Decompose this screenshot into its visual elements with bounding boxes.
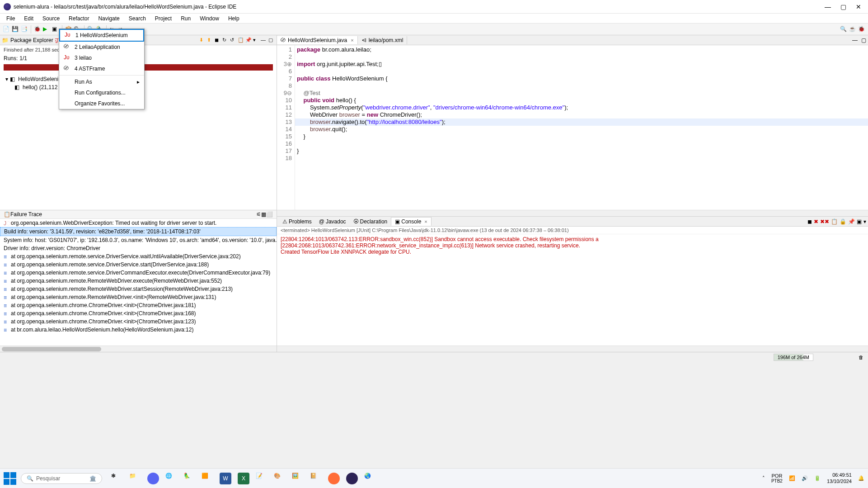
task-chrome-icon[interactable]: 🌐 (165, 473, 177, 484)
pin-console-icon[interactable]: 📌 (848, 218, 855, 225)
menu-edit[interactable]: Edit (19, 14, 38, 23)
javadoc-tab[interactable]: @Javadoc (315, 218, 350, 226)
code-editor[interactable]: 123⊕6789⊖101112131415161718 package br.c… (277, 45, 868, 210)
scroll-lock-icon[interactable]: 🔒 (840, 218, 846, 225)
menu-project[interactable]: Project (150, 14, 176, 23)
notifications-icon[interactable]: 🔔 (858, 475, 864, 481)
trace-row[interactable]: at org.openqa.selenium.chrome.ChromeDriv… (11, 302, 196, 308)
organize-favorites[interactable]: Organize Favorites... (59, 98, 144, 109)
run-history-item-3[interactable]: Jυ3 leilao (59, 52, 144, 63)
trace-row[interactable]: System info: host: 'GS01N707', ip: '192.… (4, 237, 277, 243)
console-tab[interactable]: ▣Console× (391, 217, 431, 226)
save-icon[interactable]: 💾 (12, 26, 19, 33)
trace-row[interactable]: at org.openqa.selenium.remote.RemoteWebD… (11, 278, 222, 284)
menu-file[interactable]: File (2, 14, 19, 23)
remove-all-icon[interactable]: ✖✖ (820, 218, 829, 225)
close-view-icon[interactable]: × (424, 219, 427, 224)
rerun-icon[interactable]: ↻ (222, 37, 229, 43)
minimize-view-icon[interactable]: — (261, 37, 267, 43)
close-button[interactable]: ✕ (855, 4, 862, 10)
trace-row[interactable]: at org.openqa.selenium.remote.service.Dr… (11, 261, 209, 268)
debug-icon[interactable]: 🐞 (34, 26, 41, 33)
junit-tab[interactable]: ਹੁ (55, 37, 58, 43)
minimize-button[interactable]: — (825, 4, 831, 10)
rerun-failed-icon[interactable]: ↺ (230, 37, 236, 43)
next-failure-icon[interactable]: ⬇ (199, 37, 206, 43)
menu-navigate[interactable]: Navigate (94, 14, 124, 23)
maximize-button[interactable]: ▢ (840, 4, 846, 10)
battery-icon[interactable]: 🔋 (814, 475, 821, 481)
run-history-item-1[interactable]: Jυ1 HelloWordSelenium (59, 29, 144, 42)
start-button[interactable] (4, 472, 16, 485)
save-all-icon[interactable]: 📑 (21, 26, 28, 33)
task-screenshot-icon[interactable]: 🖼️ (292, 473, 304, 484)
perspective-debug-icon[interactable]: 🐞 (858, 26, 865, 33)
menu-source[interactable]: Source (38, 14, 64, 23)
task-notes-icon[interactable]: 📔 (310, 473, 322, 484)
menu-help[interactable]: Help (224, 14, 244, 23)
run-history-item-2[interactable]: 〄2 LeilaoApplication (59, 42, 144, 52)
trace-row[interactable]: Driver info: driver.version: ChromeDrive… (4, 245, 100, 251)
history-icon[interactable]: 📋 (238, 37, 244, 43)
close-tab-icon[interactable]: × (351, 38, 353, 43)
run-history-item-4[interactable]: 〄4 ASTFrame (59, 63, 144, 74)
failure-trace-list[interactable]: Jઃorg.openqa.selenium.WebDriverException… (0, 219, 277, 346)
frame-icon[interactable]: ⬜ (266, 211, 273, 218)
prev-failure-icon[interactable]: ⬆ (207, 37, 213, 43)
task-edge-icon[interactable]: 🌏 (364, 473, 376, 484)
task-eclipse-icon[interactable] (346, 473, 358, 484)
trace-row[interactable]: at org.openqa.selenium.remote.RemoteWebD… (11, 294, 216, 300)
lang-indicator-2[interactable]: PTB2 (771, 479, 783, 483)
menu-refactor[interactable]: Refactor (64, 14, 94, 23)
lang-indicator-1[interactable]: POR (771, 473, 783, 479)
task-word-icon[interactable]: W (220, 473, 231, 484)
task-postman-icon[interactable] (328, 473, 340, 484)
volume-icon[interactable]: 🔊 (802, 475, 808, 481)
editor-minimize-icon[interactable]: — (850, 37, 859, 43)
menu-run[interactable]: Run (176, 14, 195, 23)
taskbar-search[interactable]: 🔍 Pesquisar 🏛️ (21, 473, 102, 484)
run-as-menu[interactable]: Run As▸ (59, 76, 144, 87)
remove-launch-icon[interactable]: ✖ (814, 218, 818, 225)
run-icon[interactable]: ▶ (43, 26, 50, 33)
declaration-tab[interactable]: ⦿Declaration (350, 218, 391, 226)
trace-row[interactable]: at org.openqa.selenium.remote.service.Dr… (11, 253, 241, 260)
clock[interactable]: 06:49:51 13/10/2024 (827, 472, 852, 484)
filter-icon[interactable]: ⚟ (256, 211, 261, 218)
trace-row[interactable]: Build info: version: '3.141.59', revisio… (4, 228, 201, 235)
quick-access-icon[interactable]: 🔍 (840, 26, 847, 33)
trace-row[interactable]: at br.com.alura.leilao.HelloWordSelenium… (11, 327, 193, 333)
editor-tab-active[interactable]: 〄HelloWordSelenium.java× (277, 36, 358, 44)
editor-horizontal-scrollbar[interactable] (277, 210, 868, 216)
menu-window[interactable]: Window (195, 14, 224, 23)
horizontal-scrollbar[interactable] (0, 346, 277, 352)
compare-icon[interactable]: ▦ (261, 211, 266, 218)
gc-icon[interactable]: 🗑 (859, 355, 863, 360)
code-area[interactable]: package br.com.alura.leilao;import org.j… (295, 45, 868, 210)
task-paint-icon[interactable]: 🎨 (274, 473, 286, 484)
heap-status[interactable]: 196M of 264M (774, 354, 813, 361)
new-icon[interactable]: 📄 (3, 26, 10, 33)
problems-tab[interactable]: ⚠Problems (279, 218, 315, 226)
maximize-view-icon[interactable]: ▢ (268, 37, 275, 43)
task-excel-icon[interactable]: X (238, 473, 249, 484)
run-configurations[interactable]: Run Configurations... (59, 87, 144, 98)
stop-icon[interactable]: ◼ (215, 37, 221, 43)
wifi-icon[interactable]: 📶 (789, 475, 795, 481)
menu-search[interactable]: Search (124, 14, 150, 23)
trace-row[interactable]: at org.openqa.selenium.remote.RemoteWebD… (11, 286, 233, 292)
task-canary-icon[interactable]: 🦜 (183, 473, 195, 484)
view-menu-icon[interactable]: ▾ (253, 37, 259, 43)
task-discord-icon[interactable] (147, 473, 159, 484)
console-menu-icon[interactable]: ▾ (863, 218, 866, 225)
task-explorer-icon[interactable]: 📁 (129, 473, 141, 484)
terminate-icon[interactable]: ◼ (807, 218, 812, 225)
task-notepad-icon[interactable]: 📝 (256, 473, 267, 484)
trace-row[interactable]: at org.openqa.selenium.remote.service.Dr… (11, 270, 270, 276)
trace-row[interactable]: org.openqa.selenium.WebDriverException: … (11, 220, 216, 226)
display-console-icon[interactable]: ▣ (857, 218, 862, 225)
clear-console-icon[interactable]: 📋 (831, 218, 838, 225)
trace-row[interactable]: at org.openqa.selenium.chrome.ChromeDriv… (11, 318, 196, 325)
console-output[interactable]: [22804:12064:1013/063742.113:ERROR:sandb… (277, 234, 868, 346)
perspective-java-icon[interactable]: ☕ (849, 26, 856, 33)
